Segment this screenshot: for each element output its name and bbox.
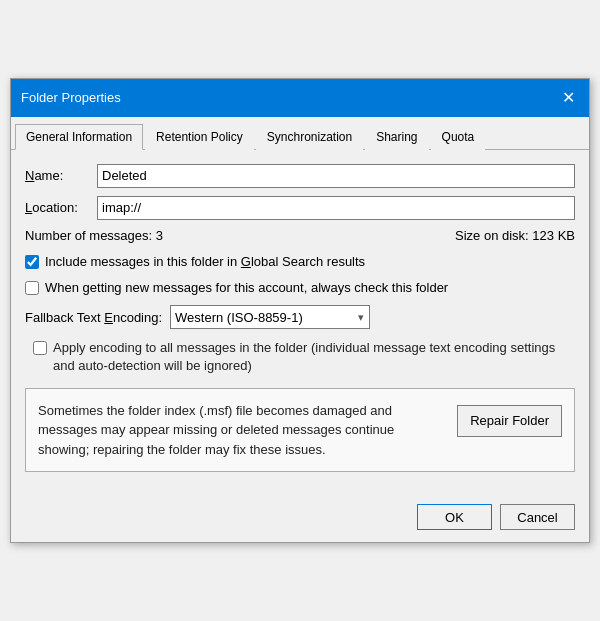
title-bar: Folder Properties ✕ bbox=[11, 79, 589, 117]
encoding-select-wrapper: Western (ISO-8859-1) Unicode (UTF-8) Cen… bbox=[170, 305, 370, 329]
close-button[interactable]: ✕ bbox=[557, 87, 579, 109]
encoding-label: Fallback Text Encoding: bbox=[25, 310, 162, 325]
info-row: Number of messages: 3 Size on disk: 123 … bbox=[25, 228, 575, 243]
encoding-select[interactable]: Western (ISO-8859-1) Unicode (UTF-8) Cen… bbox=[170, 305, 370, 329]
name-input[interactable] bbox=[97, 164, 575, 188]
apply-encoding-checkbox[interactable] bbox=[33, 341, 47, 355]
messages-info: Number of messages: 3 bbox=[25, 228, 163, 243]
dialog-footer: OK Cancel bbox=[11, 496, 589, 542]
repair-folder-button[interactable]: Repair Folder bbox=[457, 405, 562, 437]
repair-section: Sometimes the folder index (.msf) file b… bbox=[25, 388, 575, 473]
apply-encoding-label[interactable]: Apply encoding to all messages in the fo… bbox=[53, 339, 575, 375]
tab-general[interactable]: General Information bbox=[15, 124, 143, 150]
always-check-checkbox[interactable] bbox=[25, 281, 39, 295]
tab-bar: General Information Retention Policy Syn… bbox=[11, 117, 589, 150]
location-input[interactable] bbox=[97, 196, 575, 220]
global-search-label[interactable]: Include messages in this folder in Globa… bbox=[45, 253, 365, 271]
apply-encoding-row: Apply encoding to all messages in the fo… bbox=[25, 339, 575, 375]
dialog-title: Folder Properties bbox=[21, 90, 121, 105]
global-search-checkbox[interactable] bbox=[25, 255, 39, 269]
cancel-button[interactable]: Cancel bbox=[500, 504, 575, 530]
tab-quota[interactable]: Quota bbox=[431, 124, 486, 150]
always-check-label[interactable]: When getting new messages for this accou… bbox=[45, 279, 448, 297]
encoding-row: Fallback Text Encoding: Western (ISO-885… bbox=[25, 305, 575, 329]
always-check-row: When getting new messages for this accou… bbox=[25, 279, 575, 297]
name-row: Name: bbox=[25, 164, 575, 188]
ok-button[interactable]: OK bbox=[417, 504, 492, 530]
repair-description: Sometimes the folder index (.msf) file b… bbox=[38, 401, 445, 460]
tab-synchronization[interactable]: Synchronization bbox=[256, 124, 363, 150]
size-info: Size on disk: 123 KB bbox=[455, 228, 575, 243]
global-search-row: Include messages in this folder in Globa… bbox=[25, 253, 575, 271]
folder-properties-dialog: Folder Properties ✕ General Information … bbox=[10, 78, 590, 543]
name-label: Name: bbox=[25, 168, 97, 183]
tab-content: Name: Location: Number of messages: 3 Si… bbox=[11, 150, 589, 496]
location-row: Location: bbox=[25, 196, 575, 220]
location-label: Location: bbox=[25, 200, 97, 215]
tab-retention[interactable]: Retention Policy bbox=[145, 124, 254, 150]
tab-sharing[interactable]: Sharing bbox=[365, 124, 428, 150]
